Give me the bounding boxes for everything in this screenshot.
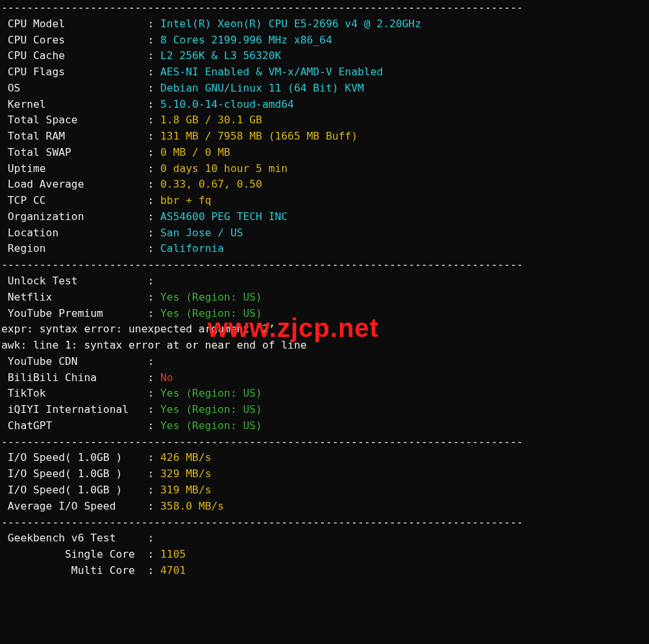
row-label: CPU Cores : bbox=[1, 34, 160, 46]
info-row: I/O Speed( 1.0GB ) : 426 MB/s bbox=[1, 450, 648, 466]
info-row: Average I/O Speed : 358.0 MB/s bbox=[1, 499, 648, 515]
row-value: 1105 bbox=[160, 548, 186, 560]
row-value: 0 MB / 0 MB bbox=[160, 146, 230, 158]
info-row: Total RAM : 131 MB / 7958 MB (1665 MB Bu… bbox=[1, 129, 648, 145]
row-label: BiliBili China : bbox=[1, 371, 160, 384]
row-label: YouTube Premium : bbox=[1, 307, 160, 319]
row-label: Uptime : bbox=[1, 162, 160, 175]
row-label: ChatGPT : bbox=[1, 419, 160, 432]
row-value: 426 MB/s bbox=[160, 451, 211, 464]
row-value: Intel(R) Xeon(R) CPU E5-2696 v4 @ 2.20GH… bbox=[160, 18, 421, 30]
row-label: CPU Model : bbox=[1, 18, 160, 30]
row-value: AS54600 PEG TECH INC bbox=[160, 210, 288, 223]
row-label: CPU Flags : bbox=[1, 66, 160, 78]
row-label: OS : bbox=[1, 82, 160, 94]
row-label: I/O Speed( 1.0GB ) : bbox=[1, 484, 160, 496]
row-label: Load Average : bbox=[1, 178, 160, 190]
divider-line: ----------------------------------------… bbox=[1, 515, 648, 531]
info-row: CPU Cache : L2 256K & L3 56320K bbox=[1, 48, 648, 64]
row-value: 131 MB / 7958 MB (1665 MB Buff) bbox=[160, 130, 358, 142]
info-row: Load Average : 0.33, 0.67, 0.50 bbox=[1, 177, 648, 193]
info-row: CPU Model : Intel(R) Xeon(R) CPU E5-2696… bbox=[1, 16, 648, 32]
divider-line: ----------------------------------------… bbox=[1, 257, 648, 273]
row-label: iQIYI International : bbox=[1, 403, 160, 415]
row-value: 329 MB/s bbox=[160, 467, 211, 480]
info-row: CPU Flags : AES-NI Enabled & VM-x/AMD-V … bbox=[1, 64, 648, 80]
row-label: CPU Cache : bbox=[1, 49, 160, 62]
info-row: Organization : AS54600 PEG TECH INC bbox=[1, 209, 648, 225]
row-value: 5.10.0-14-cloud-amd64 bbox=[160, 98, 294, 110]
row-value: bbr + fq bbox=[160, 194, 211, 206]
row-label: I/O Speed( 1.0GB ) : bbox=[1, 451, 160, 464]
info-row: CPU Cores : 8 Cores 2199.996 MHz x86_64 bbox=[1, 32, 648, 49]
divider-line: ----------------------------------------… bbox=[1, 434, 648, 451]
info-row: YouTube Premium : Yes (Region: US) bbox=[1, 306, 648, 322]
info-row: Netflix : Yes (Region: US) bbox=[1, 290, 648, 306]
info-row: Region : California bbox=[1, 241, 648, 257]
row-value: 0.33, 0.67, 0.50 bbox=[160, 178, 262, 190]
row-value: Yes (Region: US) bbox=[160, 419, 262, 432]
row-value: Debian GNU/Linux 11 (64 Bit) KVM bbox=[160, 82, 364, 94]
row-label: Single Core : bbox=[1, 548, 160, 560]
row-value: 4701 bbox=[160, 564, 186, 576]
info-row: iQIYI International : Yes (Region: US) bbox=[1, 402, 648, 418]
info-row: BiliBili China : No bbox=[1, 370, 648, 386]
info-row: OS : Debian GNU/Linux 11 (64 Bit) KVM bbox=[1, 80, 648, 97]
terminal-output: ----------------------------------------… bbox=[0, 0, 649, 583]
row-label: Unlock Test : bbox=[1, 275, 160, 287]
info-row: I/O Speed( 1.0GB ) : 319 MB/s bbox=[1, 482, 648, 499]
row-value: 319 MB/s bbox=[160, 484, 211, 496]
row-value: 0 days 10 hour 5 min bbox=[160, 162, 288, 175]
row-value: L2 256K & L3 56320K bbox=[160, 49, 281, 62]
row-label: TikTok : bbox=[1, 387, 160, 399]
row-value: 8 Cores 2199.996 MHz x86_64 bbox=[160, 34, 332, 46]
info-row: Total Space : 1.8 GB / 30.1 GB bbox=[1, 112, 648, 129]
row-label: Average I/O Speed : bbox=[1, 500, 160, 512]
row-value: San Jose / US bbox=[160, 227, 243, 239]
row-value: California bbox=[160, 242, 224, 254]
row-value: No bbox=[160, 371, 173, 384]
row-value: Yes (Region: US) bbox=[160, 403, 262, 415]
info-row: Total SWAP : 0 MB / 0 MB bbox=[1, 145, 648, 161]
row-label: YouTube CDN : bbox=[1, 355, 160, 367]
row-label: I/O Speed( 1.0GB ) : bbox=[1, 467, 160, 480]
row-value: AES-NI Enabled & VM-x/AMD-V Enabled bbox=[160, 66, 383, 78]
row-label: Total RAM : bbox=[1, 130, 160, 142]
error-line: awk: line 1: syntax error at or near end… bbox=[1, 338, 648, 354]
info-row: YouTube CDN : bbox=[1, 354, 648, 370]
error-line: expr: syntax error: unexpected argument … bbox=[1, 321, 648, 338]
info-row: Location : San Jose / US bbox=[1, 225, 648, 242]
info-row: TCP CC : bbr + fq bbox=[1, 193, 648, 209]
row-value: 1.8 GB / 30.1 GB bbox=[160, 114, 262, 126]
row-label: TCP CC : bbox=[1, 194, 160, 206]
row-value: 358.0 MB/s bbox=[160, 500, 224, 512]
row-label: Organization : bbox=[1, 210, 160, 223]
row-label: Total SWAP : bbox=[1, 146, 160, 158]
row-value: Yes (Region: US) bbox=[160, 387, 262, 399]
row-label: Region : bbox=[1, 242, 160, 254]
info-row: Single Core : 1105 bbox=[1, 547, 648, 563]
row-label: Netflix : bbox=[1, 291, 160, 303]
info-row: Geekbench v6 Test : bbox=[1, 530, 648, 547]
row-label: Multi Core : bbox=[1, 564, 160, 576]
info-row: I/O Speed( 1.0GB ) : 329 MB/s bbox=[1, 466, 648, 482]
divider-line: ----------------------------------------… bbox=[1, 0, 648, 16]
info-row: TikTok : Yes (Region: US) bbox=[1, 386, 648, 402]
info-row: Multi Core : 4701 bbox=[1, 563, 648, 579]
row-label: Geekbench v6 Test : bbox=[1, 532, 160, 544]
row-label: Kernel : bbox=[1, 98, 160, 110]
row-label: Location : bbox=[1, 227, 160, 239]
info-row: ChatGPT : Yes (Region: US) bbox=[1, 418, 648, 434]
row-value: Yes (Region: US) bbox=[160, 307, 262, 319]
info-row: Uptime : 0 days 10 hour 5 min bbox=[1, 161, 648, 177]
row-label: Total Space : bbox=[1, 114, 160, 126]
row-value: Yes (Region: US) bbox=[160, 291, 262, 303]
info-row: Unlock Test : bbox=[1, 273, 648, 290]
info-row: Kernel : 5.10.0-14-cloud-amd64 bbox=[1, 97, 648, 113]
